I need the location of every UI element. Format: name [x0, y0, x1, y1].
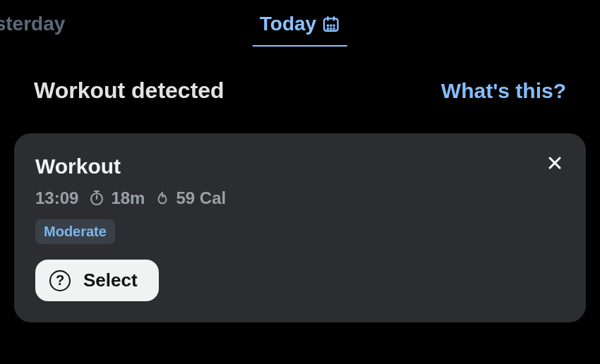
workout-calories-value: 59 Cal: [176, 188, 226, 208]
tab-yesterday-label: Yesterday: [0, 13, 65, 35]
select-button[interactable]: ? Select: [35, 260, 159, 301]
date-tabs: Yesterday Today: [0, 0, 600, 45]
flame-icon: [155, 190, 170, 207]
svg-point-7: [331, 28, 332, 29]
section-header: Workout detected What's this?: [0, 45, 600, 121]
svg-point-6: [328, 28, 328, 29]
intensity-badge: Moderate: [35, 219, 115, 244]
whats-this-link[interactable]: What's this?: [441, 79, 566, 103]
question-icon: ?: [49, 270, 71, 291]
svg-point-4: [331, 25, 332, 26]
workout-stats: 13:09 18m 59 Cal: [35, 188, 565, 208]
workout-time-value: 13:09: [35, 188, 78, 208]
workout-duration-value: 18m: [111, 188, 145, 208]
svg-point-8: [334, 28, 335, 29]
workout-calories: 59 Cal: [155, 188, 226, 208]
tab-today-label: Today: [260, 13, 316, 35]
tab-today[interactable]: Today: [253, 0, 347, 47]
select-button-label: Select: [83, 269, 138, 291]
workout-card: Workout 13:09 18m 59 Cal Moderate: [14, 133, 586, 322]
stopwatch-icon: [88, 190, 105, 207]
workout-time: 13:09: [35, 188, 78, 208]
tab-yesterday[interactable]: Yesterday: [0, 0, 72, 42]
svg-point-3: [328, 25, 328, 26]
svg-point-5: [334, 25, 335, 26]
close-icon: [546, 154, 563, 171]
calendar-icon: [322, 15, 340, 33]
section-title: Workout detected: [34, 78, 224, 104]
workout-card-title: Workout: [35, 154, 565, 178]
close-button[interactable]: [544, 152, 566, 174]
workout-duration: 18m: [88, 188, 145, 208]
